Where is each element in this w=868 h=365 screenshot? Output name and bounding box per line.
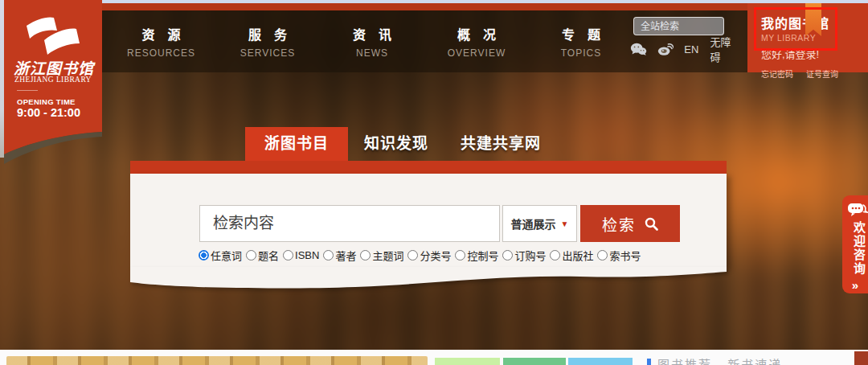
top-red-line xyxy=(0,3,868,10)
opening-time-label: OPENING TIME xyxy=(17,97,76,106)
nav-item-overview[interactable]: 概况 OVERVIEW xyxy=(444,24,509,59)
chevron-down-icon: ▼ xyxy=(561,219,569,228)
library-name-english: ZHEJIANG LIBRARY xyxy=(14,76,92,84)
welcome-consult-tab[interactable]: 欢迎咨询 » xyxy=(842,195,868,293)
header-utility-row: EN 无障碍 xyxy=(630,40,751,58)
forgot-password-link[interactable]: 忘记密码 xyxy=(761,68,793,80)
radio-title[interactable]: 题名 xyxy=(246,248,279,263)
catalog-tabs: 浙图书目 知识发现 共建共享网 xyxy=(245,127,557,161)
nav-label-en: TOPICS xyxy=(549,47,613,59)
below-fold-strip: 图书推荐 · 新书速递 xyxy=(0,350,868,365)
nav-label-zh: 专题 xyxy=(549,24,613,43)
nav-label-zh: 服务 xyxy=(235,24,300,43)
nav-label-zh: 概况 xyxy=(444,24,509,43)
radio-isbn[interactable]: ISBN xyxy=(283,249,319,261)
site-search-input[interactable] xyxy=(633,17,724,35)
nav-item-resources[interactable]: 资源 RESOURCES xyxy=(127,24,195,59)
radio-label: ISBN xyxy=(295,249,319,261)
radio-control-number[interactable]: 控制号 xyxy=(455,248,498,263)
nav-label-en: NEWS xyxy=(340,47,404,59)
radio-publisher[interactable]: 出版社 xyxy=(550,248,593,263)
section-heading-bar xyxy=(647,359,651,365)
page-top-edge xyxy=(0,0,868,3)
language-toggle[interactable]: EN xyxy=(684,43,698,55)
tab-knowledge-discovery[interactable]: 知识发现 xyxy=(348,127,444,161)
radio-icon xyxy=(550,250,560,260)
panel-wave-edge xyxy=(130,267,727,291)
search-button-label: 检索 xyxy=(602,213,636,235)
radio-icon xyxy=(597,250,608,260)
search-button[interactable]: 检索 xyxy=(580,205,680,242)
radio-call-number[interactable]: 索书号 xyxy=(597,248,641,263)
my-library-subtitle: MY LIBRARY xyxy=(761,33,868,43)
radio-label: 控制号 xyxy=(467,248,498,263)
nav-label-en: RESOURCES xyxy=(127,47,195,59)
brand-divider xyxy=(17,90,38,91)
nav-label-en: SERVICES xyxy=(235,47,300,59)
banner-block-blue[interactable] xyxy=(568,358,633,365)
radio-icon xyxy=(360,250,371,260)
main-navigation: 资源 RESOURCES 服务 SERVICES 资讯 NEWS 概况 OVER… xyxy=(107,10,633,72)
opening-hours-value: 9:00 - 21:00 xyxy=(17,106,80,119)
accessibility-link[interactable]: 无障碍 xyxy=(710,34,739,64)
wechat-icon[interactable] xyxy=(630,42,647,56)
display-mode-dropdown[interactable]: 普通展示 ▼ xyxy=(502,205,577,242)
nav-label-en: OVERVIEW xyxy=(444,47,509,59)
radio-label: 主题词 xyxy=(372,248,403,263)
radio-icon xyxy=(407,250,418,260)
catalog-search-input[interactable] xyxy=(199,205,500,242)
corner-red-block xyxy=(854,351,868,365)
radio-icon xyxy=(323,250,334,260)
chevron-right-icon: » xyxy=(845,278,865,292)
tabs-underline-bar xyxy=(130,161,727,174)
nav-label-zh: 资源 xyxy=(127,24,195,43)
search-icon xyxy=(645,217,658,231)
radio-label: 出版社 xyxy=(562,248,593,263)
display-mode-value: 普通展示 xyxy=(511,215,556,232)
radio-icon xyxy=(455,250,465,260)
library-name-calligraphy: 浙江图书馆 xyxy=(14,56,100,78)
radio-label: 订购号 xyxy=(514,248,546,263)
nav-item-topics[interactable]: 专题 TOPICS xyxy=(549,24,613,59)
radio-any-word[interactable]: 任意词 xyxy=(199,248,242,263)
radio-label: 索书号 xyxy=(609,248,641,263)
radio-label: 题名 xyxy=(258,248,279,263)
radio-label: 分类号 xyxy=(420,248,451,263)
tab-shared-network[interactable]: 共建共享网 xyxy=(444,127,557,161)
radio-icon xyxy=(502,250,513,260)
wood-texture-banner[interactable] xyxy=(6,356,428,365)
radio-label: 著者 xyxy=(335,248,356,263)
open-book-logo-icon xyxy=(23,16,83,58)
zhejiang-library-homepage: 资源 RESOURCES 服务 SERVICES 资讯 NEWS 概况 OVER… xyxy=(0,0,868,365)
consult-label: 欢迎咨询 xyxy=(845,220,865,277)
banner-block-light-green[interactable] xyxy=(435,358,500,365)
radio-icon xyxy=(246,250,256,260)
radio-subject[interactable]: 主题词 xyxy=(360,248,403,263)
nav-label-zh: 资讯 xyxy=(340,24,404,43)
weibo-icon[interactable] xyxy=(657,42,674,56)
radio-label: 任意词 xyxy=(211,248,242,263)
radio-order-number[interactable]: 订购号 xyxy=(502,248,546,263)
chat-bubble-icon xyxy=(847,201,868,219)
library-logo-block[interactable]: 浙江图书馆 ZHEJIANG LIBRARY OPENING TIME 9:00… xyxy=(4,0,102,170)
search-field-radio-group: 任意词 题名 ISBN 著者 主题词 分类号 控制号 订购号 出版社 索书号 xyxy=(199,248,645,263)
tab-zhetu-catalog[interactable]: 浙图书目 xyxy=(245,127,348,161)
card-number-query-link[interactable]: 证号查询 xyxy=(806,68,838,80)
radio-author[interactable]: 著者 xyxy=(323,248,356,263)
nav-item-services[interactable]: 服务 SERVICES xyxy=(235,24,300,59)
login-greeting-link[interactable]: 您好,请登录! xyxy=(761,46,868,61)
radio-icon xyxy=(283,250,293,260)
section-heading-partial: 图书推荐 · 新书速递 xyxy=(657,359,834,365)
banner-block-green[interactable] xyxy=(503,358,566,365)
radio-selected-icon xyxy=(199,250,209,260)
nav-item-news[interactable]: 资讯 NEWS xyxy=(340,24,404,59)
radio-class-number[interactable]: 分类号 xyxy=(407,248,451,263)
